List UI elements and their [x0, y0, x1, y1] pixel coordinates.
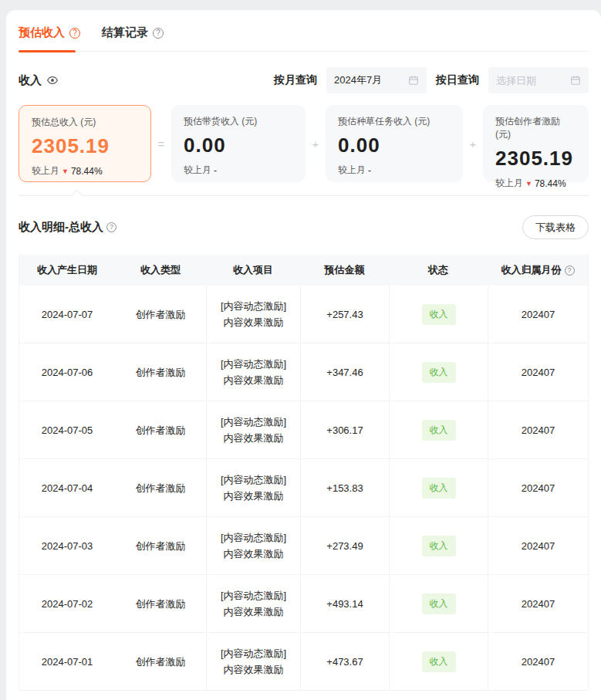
month-picker[interactable]: [326, 67, 427, 93]
cell-estimated-amount: +257.43: [300, 286, 389, 343]
day-picker[interactable]: [488, 67, 589, 93]
trend-down-icon: ▼: [525, 180, 532, 188]
download-table-button[interactable]: 下载表格: [522, 215, 589, 239]
header-status: 状态: [389, 255, 488, 286]
cell-income-project: [内容动态激励] 内容效果激励: [206, 575, 300, 633]
summary-cards: 预估总收入 (元) 2305.19 较上月 ▼ 78.44% = 预估带货收入 …: [19, 105, 589, 182]
cell-estimated-amount: +493.14: [300, 575, 389, 633]
help-icon[interactable]: ?: [69, 28, 80, 39]
project-line-2: 内容效果激励: [224, 661, 284, 678]
help-icon[interactable]: ?: [106, 222, 116, 232]
cell-income-project: [内容动态激励] 内容效果激励: [206, 343, 300, 401]
cell-status: 收入: [389, 343, 488, 401]
cell-income-project: [内容动态激励] 内容效果激励: [206, 633, 300, 691]
help-icon[interactable]: ?: [153, 28, 164, 39]
compare-label: 较上月: [338, 164, 366, 177]
card-compare: 较上月 ▼ 78.44%: [32, 164, 138, 178]
tab-bar: 预估收入 ? 结算记录 ?: [19, 10, 589, 52]
cell-income-month: 202407: [488, 343, 588, 401]
selection-caret-icon: [71, 190, 83, 202]
table-row: 2024-07-06 创作者激励 [内容动态激励] 内容效果激励 +347.46…: [19, 343, 588, 401]
card-commerce-income[interactable]: 预估带货收入 (元) 0.00 较上月 -: [171, 105, 306, 182]
header-income-month-label: 收入归属月份: [501, 263, 562, 277]
table-row: 2024-07-05 创作者激励 [内容动态激励] 内容效果激励 +306.17…: [19, 401, 588, 459]
cell-status: 收入: [389, 517, 488, 575]
cell-status: 收入: [389, 401, 488, 459]
table-row: 2024-07-04 创作者激励 [内容动态激励] 内容效果激励 +153.83…: [19, 459, 588, 517]
project-line-1: [内容动态激励]: [221, 472, 286, 488]
card-label: 预估种草任务收入 (元): [338, 115, 451, 128]
card-value: 0.00: [338, 134, 451, 157]
cell-status: 收入: [389, 633, 488, 691]
project-line-2: 内容效果激励: [224, 546, 284, 562]
tab-settlement-records-label: 结算记录: [102, 25, 148, 40]
detail-header: 收入明细-总收入 ? 下载表格: [19, 215, 589, 239]
project-line-2: 内容效果激励: [224, 372, 284, 388]
month-query-label: 按月查询: [274, 73, 317, 87]
cell-estimated-amount: +473.67: [300, 633, 389, 691]
tab-estimated-income[interactable]: 预估收入 ?: [19, 25, 80, 51]
date-filters: 按月查询 按日查询: [274, 67, 589, 93]
status-badge: 收入: [422, 420, 456, 441]
tab-settlement-records[interactable]: 结算记录 ?: [102, 25, 164, 51]
card-seeding-task-income[interactable]: 预估种草任务收入 (元) 0.00 较上月 -: [326, 105, 463, 182]
compare-value: 78.44%: [535, 178, 566, 189]
cell-status: 收入: [389, 459, 488, 517]
calendar-icon[interactable]: [408, 75, 419, 86]
tab-estimated-income-label: 预估收入: [19, 25, 65, 40]
eye-icon[interactable]: [46, 74, 59, 86]
cell-income-type: 创作者激励: [115, 286, 206, 343]
card-value: 0.00: [184, 134, 293, 157]
card-label: 预估总收入 (元): [32, 116, 138, 129]
table-row: 2024-07-01 创作者激励 [内容动态激励] 内容效果激励 +473.67…: [19, 633, 588, 691]
cell-status: 收入: [389, 575, 488, 633]
help-icon[interactable]: ?: [565, 265, 575, 276]
project-line-1: [内容动态激励]: [221, 356, 286, 372]
plus-operator: +: [306, 137, 326, 150]
compare-label: 较上月: [32, 164, 59, 178]
income-section-title: 收入: [19, 73, 59, 88]
project-line-2: 内容效果激励: [224, 488, 284, 504]
status-badge: 收入: [422, 362, 456, 383]
cell-income-type: 创作者激励: [115, 633, 206, 691]
plus-operator: +: [463, 137, 483, 150]
status-badge: 收入: [422, 593, 456, 614]
header-income-type: 收入类型: [115, 255, 206, 286]
cell-income-type: 创作者激励: [115, 575, 206, 633]
day-query-label: 按日查询: [436, 73, 479, 87]
status-badge: 收入: [422, 651, 456, 672]
card-label: 预估创作者激励 (元): [495, 115, 576, 141]
card-creator-incentive[interactable]: 预估创作者激励 (元) 2305.19 较上月 ▼ 78.44%: [483, 105, 589, 182]
compare-value: -: [368, 165, 371, 176]
day-picker-input[interactable]: [496, 75, 567, 86]
cell-income-project: [内容动态激励] 内容效果激励: [206, 286, 300, 343]
header-income-project: 收入项目: [206, 255, 300, 286]
cell-status: 收入: [389, 286, 488, 343]
cell-estimated-amount: +306.17: [300, 401, 389, 459]
month-picker-input[interactable]: [334, 75, 405, 86]
card-label: 预估带货收入 (元): [184, 115, 293, 128]
card-value: 2305.19: [495, 147, 576, 171]
detail-section-title: 收入明细-总收入 ?: [19, 220, 116, 235]
cell-income-month: 202407: [488, 633, 588, 691]
cell-income-month: 202407: [488, 575, 588, 633]
equals-operator: =: [151, 137, 171, 150]
card-selection-divider: [19, 195, 589, 196]
income-panel: 预估收入 ? 结算记录 ? 收入 按月查询: [6, 10, 601, 700]
detail-title-label: 收入明细-总收入: [19, 220, 103, 235]
card-value: 2305.19: [32, 134, 138, 158]
status-badge: 收入: [422, 478, 456, 499]
table-header-row: 收入产生日期 收入类型 收入项目 预估金额 状态 收入归属月份 ?: [19, 255, 588, 286]
card-total-income[interactable]: 预估总收入 (元) 2305.19 较上月 ▼ 78.44%: [19, 105, 151, 182]
project-line-1: [内容动态激励]: [221, 414, 286, 430]
cell-income-month: 202407: [488, 401, 588, 459]
controls-row: 收入 按月查询 按日查询: [19, 67, 589, 93]
cell-estimated-amount: +273.49: [300, 517, 389, 575]
cell-income-date: 2024-07-01: [19, 633, 115, 691]
cell-income-month: 202407: [488, 286, 588, 343]
card-compare: 较上月 -: [184, 164, 293, 177]
cell-income-type: 创作者激励: [115, 517, 206, 575]
cell-income-month: 202407: [488, 517, 588, 575]
cell-income-type: 创作者激励: [115, 343, 206, 401]
calendar-icon[interactable]: [570, 75, 581, 86]
